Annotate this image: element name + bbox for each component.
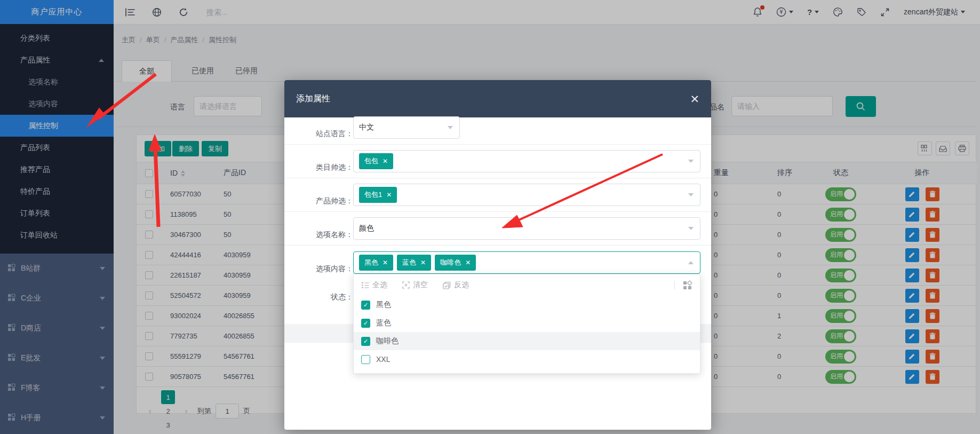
product-multiselect[interactable]: 包包1✕	[353, 184, 700, 206]
modal-header: 添加属性 ✕	[284, 80, 711, 117]
dropdown-action-label: 反选	[454, 280, 469, 290]
dropdown-option-XXL[interactable]: XXL	[354, 350, 700, 368]
option-content-dropdown: 全选 清空 反选 ✓黑色✓蓝色✓咖啡色XXL	[353, 274, 700, 374]
add-attribute-modal: 添加属性 ✕ 站点语言： 中文 类目帅选： 包包✕ 产品帅选： 包包1✕ 选项名…	[284, 80, 711, 430]
tag-label: 黑色	[364, 258, 378, 267]
dropdown-option-黑色[interactable]: ✓黑色	[354, 296, 700, 314]
chevron-up-icon	[688, 261, 694, 264]
tag-label: 蓝色	[402, 258, 416, 267]
category-tag-包包: 包包✕	[359, 153, 393, 169]
dropdown-action-label: 清空	[413, 280, 428, 290]
option-content-tag-咖啡色: 咖啡色✕	[435, 255, 476, 271]
clear-action[interactable]: 清空	[402, 280, 428, 290]
layout-grid-icon[interactable]	[682, 280, 692, 290]
dropdown-option-咖啡色[interactable]: ✓咖啡色	[354, 332, 700, 350]
remove-tag-icon[interactable]: ✕	[383, 157, 388, 165]
checked-checkbox[interactable]: ✓	[361, 337, 370, 346]
site-language-label: 站点语言：	[292, 129, 353, 139]
clear-icon	[402, 281, 410, 289]
option-content-multiselect[interactable]: 黑色✕蓝色✕咖啡色✕	[353, 251, 700, 274]
category-multiselect[interactable]: 包包✕	[353, 150, 700, 172]
tag-label: 包包	[364, 156, 378, 166]
option-label: XXL	[376, 355, 390, 364]
status-label: 状态：	[292, 293, 353, 302]
checked-checkbox[interactable]: ✓	[361, 301, 370, 310]
dropdown-action-label: 全选	[372, 280, 387, 290]
tag-label: 包包1	[364, 190, 382, 200]
chevron-down-icon	[448, 126, 453, 129]
chevron-down-icon	[688, 227, 694, 230]
option-content-label: 选项内容：	[292, 264, 353, 274]
product-label: 产品帅选：	[292, 196, 353, 206]
checked-checkbox[interactable]: ✓	[361, 319, 370, 328]
site-language-select[interactable]: 中文	[353, 116, 460, 139]
option-label: 咖啡色	[376, 336, 399, 346]
category-label: 类目帅选：	[292, 163, 353, 172]
remove-tag-icon[interactable]: ✕	[465, 259, 471, 266]
dropdown-option-蓝色[interactable]: ✓蓝色	[354, 314, 700, 332]
option-content-tag-黑色: 黑色✕	[359, 255, 393, 271]
option-content-tag-蓝色: 蓝色✕	[397, 255, 431, 271]
tag-label: 咖啡色	[440, 258, 461, 267]
product-tag-包包1: 包包1✕	[359, 187, 397, 203]
divider	[284, 144, 711, 145]
divider	[284, 178, 711, 178]
select-all-icon	[361, 281, 369, 289]
select-all-action[interactable]: 全选	[361, 280, 387, 290]
remove-tag-icon[interactable]: ✕	[420, 259, 426, 266]
invert-action[interactable]: 反选	[443, 280, 469, 290]
modal-title: 添加属性	[296, 93, 330, 105]
chevron-down-icon	[688, 160, 694, 163]
invert-select-icon	[443, 281, 451, 289]
divider	[284, 245, 711, 246]
close-icon[interactable]: ✕	[690, 93, 699, 105]
unchecked-checkbox[interactable]	[361, 355, 370, 364]
divider	[284, 211, 711, 212]
chevron-down-icon	[688, 193, 694, 196]
dropdown-toolbar: 全选 清空 反选	[354, 274, 700, 296]
option-name-select[interactable]: 颜色	[353, 217, 700, 240]
option-label: 蓝色	[376, 318, 391, 328]
option-label: 黑色	[376, 300, 391, 310]
divider	[674, 281, 675, 289]
remove-tag-icon[interactable]: ✕	[383, 259, 388, 266]
remove-tag-icon[interactable]: ✕	[386, 191, 392, 199]
option-name-label: 选项名称：	[292, 230, 353, 240]
